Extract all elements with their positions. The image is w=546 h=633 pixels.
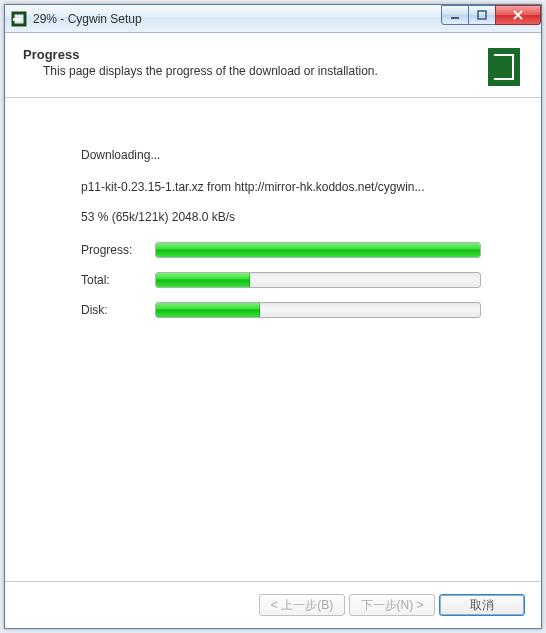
progress-label: Progress: xyxy=(81,243,155,257)
minimize-button[interactable] xyxy=(441,5,469,25)
next-button[interactable]: 下一步(N) > xyxy=(349,594,435,616)
back-button[interactable]: < 上一步(B) xyxy=(259,594,345,616)
status-percent: 53 % (65k/121k) 2048.0 kB/s xyxy=(81,210,481,224)
progress-bar-fill xyxy=(156,243,480,257)
titlebar[interactable]: 29% - Cygwin Setup xyxy=(5,5,541,33)
svg-rect-3 xyxy=(478,11,486,19)
progress-body: Downloading... p11-kit-0.23.15-1.tar.xz … xyxy=(5,98,541,581)
svg-rect-2 xyxy=(451,17,459,19)
total-row: Total: xyxy=(81,272,481,288)
page-header: Progress This page displays the progress… xyxy=(5,33,541,98)
cygwin-logo xyxy=(475,47,523,87)
disk-label: Disk: xyxy=(81,303,155,317)
page-subtitle: This page displays the progress of the d… xyxy=(23,64,475,78)
content: Progress This page displays the progress… xyxy=(5,33,541,628)
disk-row: Disk: xyxy=(81,302,481,318)
window: 29% - Cygwin Setup Progress This page di… xyxy=(4,4,542,629)
disk-bar xyxy=(155,302,481,318)
window-controls xyxy=(442,5,541,25)
status-action: Downloading... xyxy=(81,148,481,162)
cancel-button[interactable]: 取消 xyxy=(439,594,525,616)
progress-bar xyxy=(155,242,481,258)
status-file: p11-kit-0.23.15-1.tar.xz from http://mir… xyxy=(81,180,481,194)
window-title: 29% - Cygwin Setup xyxy=(33,12,442,26)
footer: < 上一步(B) 下一步(N) > 取消 xyxy=(5,581,541,628)
maximize-button[interactable] xyxy=(468,5,496,25)
svg-rect-1 xyxy=(13,18,22,21)
app-icon xyxy=(11,11,27,27)
total-bar-fill xyxy=(156,273,250,287)
progress-row: Progress: xyxy=(81,242,481,258)
total-label: Total: xyxy=(81,273,155,287)
disk-bar-fill xyxy=(156,303,260,317)
total-bar xyxy=(155,272,481,288)
close-button[interactable] xyxy=(495,5,541,25)
page-title: Progress xyxy=(23,47,475,62)
